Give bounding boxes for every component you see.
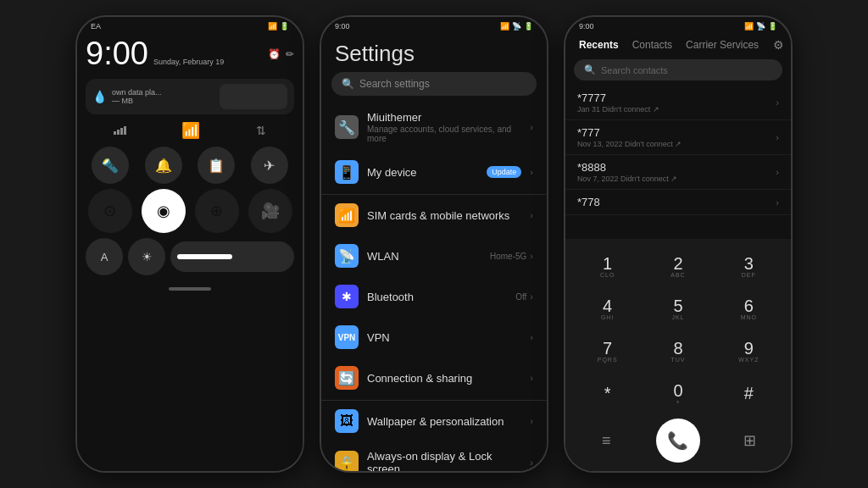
contacts-search-placeholder: Search contacts <box>601 65 668 75</box>
brightness-fill <box>177 254 232 259</box>
miuithemer-text: Miuithemer Manage accounts, cloud servic… <box>367 111 521 143</box>
header-icons: ⏰ ✏ <box>268 48 294 60</box>
wallpaper-text: Wallpaper & personalization <box>367 415 521 428</box>
dialer-num-4: 4 <box>603 297 612 314</box>
recent-item-3[interactable]: *778 › <box>565 190 791 215</box>
settings-item-miuithemer[interactable]: 🔧 Miuithemer Manage accounts, cloud serv… <box>321 103 547 152</box>
screenshot-button[interactable]: 📋 <box>198 147 235 184</box>
bottom-buttons-row: A ☀ <box>86 238 294 275</box>
arrows-icon: ⇅ <box>256 124 266 137</box>
flashlight-button[interactable]: 🔦 <box>92 147 129 184</box>
settings-gear-button[interactable]: ⚙ <box>773 38 784 52</box>
settings-item-sim[interactable]: 📶 SIM cards & mobile networks › <box>321 195 547 236</box>
recent-number-2: *8888 <box>577 161 776 174</box>
settings-item-mydevice[interactable]: 📱 My device Update › <box>321 152 547 192</box>
settings-item-wlan[interactable]: 📡 WLAN Home-5G › <box>321 236 547 276</box>
search-icon: 🔍 <box>342 78 354 90</box>
data-row: 💧 own data pla... — MB <box>86 79 294 114</box>
recent-detail-1: Nov 13, 2022 Didn't connect ↗ <box>577 140 776 148</box>
media-button-3[interactable]: ⊕ <box>195 189 239 233</box>
dialer-key-2[interactable]: 2 ABC <box>652 247 704 285</box>
wifi-icon-3: 📡 <box>756 22 765 30</box>
dialer-key-7[interactable]: 7 PQRS <box>581 332 634 369</box>
settings-item-aod[interactable]: 🔒 Always-on display & Lock screen › <box>321 441 547 471</box>
settings-item-bluetooth[interactable]: ✱ Bluetooth Off › <box>321 276 547 317</box>
settings-item-wallpaper[interactable]: 🖼 Wallpaper & personalization › <box>321 401 547 441</box>
wallpaper-icon: 🖼 <box>335 409 359 433</box>
tab-carrier-services[interactable]: Carrier Services <box>679 36 765 54</box>
data-label: own data pla... <box>112 88 214 97</box>
dialer-key-3[interactable]: 3 DEF <box>722 247 775 285</box>
control-center: 9:00 Sunday, February 19 ⏰ ✏ 💧 own data … <box>77 32 303 471</box>
brightness-slider[interactable] <box>170 241 294 272</box>
signal-icon: 📶 <box>268 22 277 30</box>
call-button[interactable]: 📞 <box>656 419 700 463</box>
dialer-key-9[interactable]: 9 WXYZ <box>722 332 775 369</box>
tab-recents[interactable]: Recents <box>572 36 626 54</box>
dialer-row-1: 4 GHI 5 JKL 6 MNO <box>572 290 784 327</box>
status-time-3: 9:00 <box>579 22 594 30</box>
mydevice-text: My device <box>367 166 478 179</box>
text-button[interactable]: A <box>86 238 123 275</box>
miuithemer-icon: 🔧 <box>335 115 359 139</box>
dialer-key-5[interactable]: 5 JKL <box>652 290 704 327</box>
aod-icon: 🔒 <box>335 451 359 471</box>
media-button-2[interactable]: ◉ <box>142 189 186 233</box>
dialer-key-4[interactable]: 4 GHI <box>581 290 634 327</box>
chevron-icon-6: › <box>530 332 533 342</box>
dialer-key-1[interactable]: 1 CLO <box>581 247 634 285</box>
tab-contacts[interactable]: Contacts <box>626 36 679 54</box>
recent-item-2[interactable]: *8888 Nov 7, 2022 Didn't connect ↗ › <box>565 155 791 190</box>
sim-icon: 📶 <box>335 203 359 227</box>
recent-item-0[interactable]: *7777 Jan 31 Didn't connect ↗ › <box>565 86 791 120</box>
dialer-grid-button[interactable]: ⊞ <box>732 422 769 459</box>
dialer-num-5: 5 <box>673 297 682 314</box>
bell-button[interactable]: 🔔 <box>145 147 182 184</box>
vpn-text: VPN <box>367 331 521 344</box>
alarm-icon: ⏰ <box>268 48 281 60</box>
video-button[interactable]: 🎥 <box>248 189 292 233</box>
recent-text-3: *778 <box>577 196 776 208</box>
dialer-key-6[interactable]: 6 MNO <box>722 290 775 327</box>
bluetooth-right: Off › <box>515 291 533 302</box>
brightness-button[interactable]: ☀ <box>128 238 165 275</box>
chevron-icon-4: › <box>530 251 533 261</box>
brightness-icon: ☀ <box>142 250 153 263</box>
status-icons-1: 📶 🔋 <box>268 22 289 30</box>
settings-item-vpn[interactable]: VPN VPN › <box>321 317 547 358</box>
dialer-screen: Recents Contacts Carrier Services ⚙ 🔍 Se… <box>565 32 791 471</box>
airplane-button[interactable]: ✈ <box>251 147 288 184</box>
wifi-icon[interactable]: 📶 <box>181 121 200 140</box>
chevron-icon-3: › <box>530 210 533 220</box>
aod-text: Always-on display & Lock screen <box>367 450 521 471</box>
dialer-alpha-4: GHI <box>601 314 614 320</box>
status-time-2: 9:00 <box>335 22 350 30</box>
dialer-menu-button[interactable]: ≡ <box>587 422 625 459</box>
chevron-icon-2: › <box>530 167 533 177</box>
connection-text: Connection & sharing <box>367 372 521 385</box>
grid-icon: ⊞ <box>743 431 756 450</box>
signal-row: 📶 ⇅ <box>86 119 294 141</box>
contacts-search-bar[interactable]: 🔍 Search contacts <box>574 59 782 80</box>
recent-item-1[interactable]: *777 Nov 13, 2022 Didn't connect ↗ › <box>565 120 791 155</box>
recent-chevron-3: › <box>776 197 779 208</box>
phone-3: 9:00 📶 📡 🔋 Recents Contacts Carrier Serv… <box>564 15 793 473</box>
dialer-key-hash[interactable]: # <box>722 374 775 412</box>
media-button-1[interactable]: ⊙ <box>88 189 132 233</box>
settings-item-connection[interactable]: 🔄 Connection & sharing › <box>321 358 547 398</box>
mydevice-icon: 📱 <box>335 160 359 184</box>
dialer-key-0[interactable]: 0 + <box>652 374 704 412</box>
dialer-key-8[interactable]: 8 TUV <box>652 332 704 369</box>
text-icon: A <box>101 251 108 263</box>
update-badge[interactable]: Update <box>487 166 521 178</box>
dialer-row-2: 7 PQRS 8 TUV 9 WXYZ <box>572 332 784 369</box>
settings-search-bar[interactable]: 🔍 Search settings <box>331 72 537 96</box>
vpn-icon: VPN <box>335 325 359 349</box>
dialer-num-star: * <box>604 385 611 402</box>
recent-chevron-0: › <box>776 97 779 108</box>
recent-text-0: *7777 Jan 31 Didn't connect ↗ <box>577 92 776 114</box>
home-indicator <box>86 280 294 297</box>
dialer-alpha-0: + <box>676 399 680 405</box>
dialer-key-star[interactable]: * <box>581 374 634 412</box>
dialer-num-2: 2 <box>673 255 682 272</box>
